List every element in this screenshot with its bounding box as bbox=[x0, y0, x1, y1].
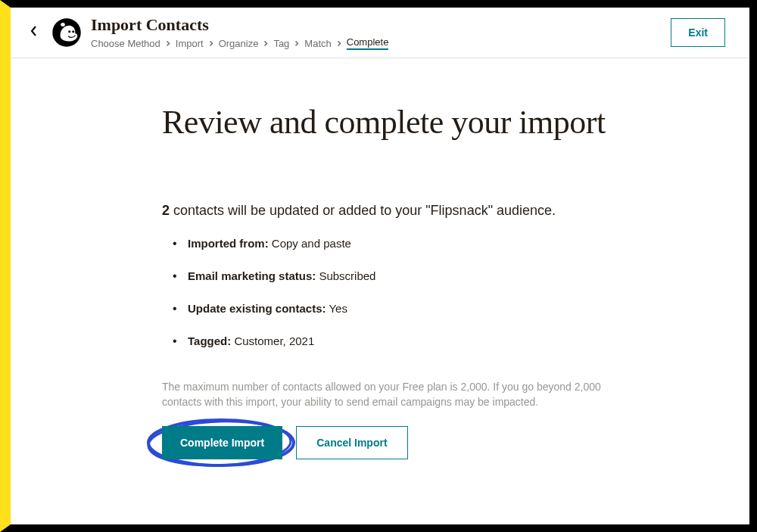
detail-label: Update existing contacts: bbox=[188, 302, 326, 315]
summary-text: contacts will be updated or added to you… bbox=[170, 203, 556, 218]
detail-label: Tagged: bbox=[188, 334, 231, 347]
svg-point-2 bbox=[72, 30, 74, 33]
breadcrumb-step-import[interactable]: Import bbox=[176, 38, 204, 49]
svg-point-1 bbox=[68, 30, 70, 33]
detail-update-existing: Update existing contacts: Yes bbox=[188, 300, 677, 316]
chevron-right-icon bbox=[209, 38, 213, 49]
plan-disclaimer: The maximum number of contacts allowed o… bbox=[162, 379, 639, 410]
detail-label: Email marketing status: bbox=[188, 269, 316, 282]
app-frame: Import Contacts Choose Method Import Org… bbox=[0, 0, 757, 532]
header-bar: Import Contacts Choose Method Import Org… bbox=[11, 8, 749, 58]
detail-tagged: Tagged: Customer, 2021 bbox=[188, 333, 677, 349]
cancel-import-button[interactable]: Cancel Import bbox=[296, 426, 407, 459]
contact-count: 2 bbox=[162, 203, 170, 218]
breadcrumb-step-complete[interactable]: Complete bbox=[347, 36, 389, 50]
breadcrumb: Choose Method Import Organize Tag Match … bbox=[91, 36, 388, 50]
detail-list: Imported from: Copy and paste Email mark… bbox=[162, 235, 677, 349]
detail-email-status: Email marketing status: Subscribed bbox=[188, 268, 677, 284]
summary-line: 2 contacts will be updated or added to y… bbox=[162, 203, 677, 219]
headline: Review and complete your import bbox=[162, 104, 677, 142]
mailchimp-logo-icon bbox=[51, 17, 82, 48]
title-block: Import Contacts Choose Method Import Org… bbox=[91, 15, 388, 50]
chevron-right-icon bbox=[294, 38, 299, 49]
action-row: Complete Import Cancel Import bbox=[162, 426, 677, 459]
complete-import-button[interactable]: Complete Import bbox=[162, 426, 282, 459]
chevron-left-icon bbox=[30, 26, 38, 39]
chevron-right-icon bbox=[166, 38, 170, 49]
chevron-right-icon bbox=[263, 38, 268, 49]
chevron-right-icon bbox=[337, 38, 341, 49]
main-content: Review and complete your import 2 contac… bbox=[11, 58, 749, 459]
breadcrumb-step-organize[interactable]: Organize bbox=[219, 38, 259, 49]
exit-button[interactable]: Exit bbox=[671, 18, 725, 47]
header-left: Import Contacts Choose Method Import Org… bbox=[26, 15, 388, 50]
detail-value: Yes bbox=[326, 302, 347, 315]
breadcrumb-step-choose-method[interactable]: Choose Method bbox=[91, 38, 160, 49]
svg-point-3 bbox=[61, 23, 65, 26]
breadcrumb-step-tag[interactable]: Tag bbox=[273, 38, 289, 49]
detail-value: Customer, 2021 bbox=[231, 334, 314, 347]
breadcrumb-step-match[interactable]: Match bbox=[304, 38, 331, 49]
detail-label: Imported from: bbox=[188, 237, 269, 250]
page-title: Import Contacts bbox=[91, 15, 388, 35]
back-button[interactable] bbox=[26, 24, 42, 41]
detail-value: Copy and paste bbox=[269, 237, 351, 250]
detail-value: Subscribed bbox=[316, 269, 375, 282]
detail-imported-from: Imported from: Copy and paste bbox=[188, 235, 677, 251]
